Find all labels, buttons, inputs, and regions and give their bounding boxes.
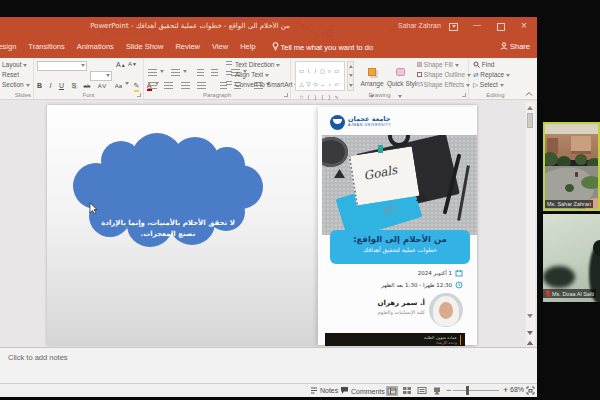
- cloud-text-line1: لا تحقق الأحلام بالأمنيات، وإنما بالإراد…: [84, 218, 251, 229]
- campus-lawn: [581, 176, 600, 189]
- account-user-name[interactable]: Sahar Zahran: [398, 22, 441, 29]
- layout-button[interactable]: Layout: [2, 61, 27, 68]
- underline-button[interactable]: U: [59, 82, 64, 89]
- ribbon-group-font: A▲ A▼ B I U S ab AV Aa ✎ A Font: [34, 58, 144, 99]
- fit-to-window-button[interactable]: [526, 386, 535, 396]
- replace-button[interactable]: ⇄ Replace: [473, 71, 510, 79]
- zoom-slider-track[interactable]: [453, 390, 499, 391]
- reset-button[interactable]: Reset: [2, 71, 19, 78]
- shape-outline-button[interactable]: Shape Outline: [417, 71, 471, 78]
- shrink-font-button[interactable]: A▼: [128, 61, 137, 67]
- character-spacing-button[interactable]: AV: [98, 83, 108, 89]
- font-dialog-launcher[interactable]: [137, 93, 141, 97]
- shapes-gallery[interactable]: ▭\/◻○▭ △▽◇→↓▱ ☆(){}∿: [295, 61, 345, 91]
- find-button[interactable]: Find: [473, 61, 494, 68]
- section-button[interactable]: Section: [2, 81, 30, 88]
- scroll-thumb[interactable]: [527, 113, 533, 128]
- title-bar: من الأحلام الى الواقع - خطوات عملية لتحق…: [0, 17, 537, 38]
- restore-button[interactable]: [497, 23, 505, 31]
- blurred-foreground-object: [543, 266, 575, 288]
- drawing-dialog-launcher[interactable]: [462, 93, 466, 97]
- tab-transitions[interactable]: Transitions: [22, 38, 70, 51]
- tab-view[interactable]: View: [206, 38, 234, 51]
- view-reading-button[interactable]: [417, 386, 427, 397]
- mouse-cursor: [89, 202, 98, 215]
- lightbulb-icon: [272, 42, 279, 51]
- paragraph-dialog-launcher[interactable]: [284, 93, 288, 97]
- arrange-button[interactable]: Arrange: [359, 62, 385, 105]
- align-center-icon[interactable]: [164, 82, 173, 89]
- person-icon: [500, 42, 508, 50]
- convert-to-smartart-button[interactable]: Convert to SmartArt: [226, 81, 298, 88]
- quick-styles-icon: [396, 68, 405, 76]
- ribbon-group-slides: Layout Reset Section Slides: [0, 58, 34, 99]
- view-slide-sorter-button[interactable]: [402, 386, 412, 397]
- arrange-icon: [368, 68, 376, 76]
- video-tile-doaa[interactable]: Ms. Doaa Al Salti: [543, 214, 600, 302]
- tab-animations[interactable]: Animations: [71, 38, 120, 51]
- slide-canvas[interactable]: لا تحقق الأحلام بالأمنيات، وإنما بالإراد…: [47, 105, 477, 345]
- view-normal-button[interactable]: [386, 386, 398, 396]
- shapes-gallery-scroll[interactable]: [347, 61, 354, 91]
- zoom-in-button[interactable]: +: [503, 385, 508, 395]
- tab-design[interactable]: Design: [0, 38, 22, 51]
- presenter-name: أ. سمر زهران: [343, 299, 425, 307]
- cloud-shape[interactable]: لا تحقق الأحلام بالأمنيات، وإنما بالإراد…: [73, 133, 263, 247]
- change-case-button[interactable]: Aa: [115, 83, 122, 89]
- close-button[interactable]: ×: [521, 22, 527, 30]
- tell-me-box[interactable]: Tell me what you want to do: [262, 38, 378, 52]
- notes-pane[interactable]: Click to add notes: [0, 347, 537, 383]
- vertical-scrollbar[interactable]: [526, 102, 535, 345]
- tab-help[interactable]: Help: [234, 38, 261, 51]
- poster-date-row: 1 أكتوبر 2024: [418, 269, 463, 277]
- minimize-button[interactable]: —: [473, 21, 481, 29]
- text-shadow-button[interactable]: S: [71, 82, 76, 89]
- collapse-ribbon-chevron[interactable]: [525, 91, 533, 97]
- video-tile-sahar[interactable]: Ms. Sahar Zahran: [543, 122, 600, 211]
- campus-arch-building: [571, 136, 591, 154]
- zoom-slider-thumb[interactable]: [466, 386, 469, 395]
- org-name-english: AJMAN UNIVERSITY: [348, 123, 391, 127]
- notes-icon: [310, 386, 318, 394]
- quick-styles-button[interactable]: Quick Styles: [387, 62, 413, 105]
- replace-icon: ⇄: [473, 71, 478, 78]
- share-button[interactable]: Share: [500, 42, 530, 51]
- italic-button[interactable]: I: [50, 82, 52, 89]
- view-slideshow-button[interactable]: [432, 386, 442, 397]
- align-right-icon[interactable]: [181, 82, 190, 89]
- grow-font-button[interactable]: A▲: [116, 61, 126, 68]
- strikethrough-button[interactable]: ab: [84, 83, 91, 89]
- align-left-icon[interactable]: [148, 82, 157, 89]
- tab-review[interactable]: Review: [169, 38, 206, 51]
- zoom-out-button[interactable]: −: [446, 385, 451, 395]
- text-direction-button[interactable]: Text Direction: [226, 61, 280, 68]
- event-poster[interactable]: جامعة عجمان AJMAN UNIVERSITY Goals: [318, 107, 477, 345]
- comments-toggle[interactable]: Comments: [340, 386, 385, 395]
- status-bar: Notes Comments − + 68%: [0, 383, 537, 397]
- highlight-color-button[interactable]: ✎: [134, 82, 140, 92]
- tell-me-label: Tell me what you want to do: [281, 43, 374, 52]
- shape-effects-button[interactable]: Shape Effects: [417, 81, 470, 88]
- poster-time-row: 12:30 ظهرا - 1:30 بعد الظهر: [381, 281, 463, 289]
- bold-button[interactable]: B: [37, 82, 42, 89]
- select-button[interactable]: ▷ Select: [473, 81, 504, 89]
- ribbon-display-options-icon[interactable]: [449, 23, 458, 31]
- poster-time: 12:30 ظهرا - 1:30 بعد الظهر: [381, 282, 452, 288]
- tab-slide-show[interactable]: Slide Show: [120, 38, 170, 51]
- scroll-down-arrow[interactable]: [527, 314, 533, 318]
- notes-toggle[interactable]: Notes: [310, 386, 338, 394]
- ribbon-group-drawing: ▭\/◻○▭ △▽◇→↓▱ ☆(){}∿ Arrange Quick Style…: [291, 58, 469, 99]
- poster-footer-bar: عمادة شؤون الطلبة وحدة الإرشاد: [325, 333, 465, 346]
- scroll-up-arrow[interactable]: [527, 106, 533, 110]
- font-name-combobox[interactable]: [37, 61, 87, 71]
- presenter-photo: [429, 293, 463, 327]
- align-text-button[interactable]: Align Text: [226, 71, 269, 78]
- university-logo: [330, 115, 345, 130]
- zoom-level-label[interactable]: 68%: [510, 386, 524, 393]
- justify-icon[interactable]: [197, 82, 206, 89]
- paragraph-group-label: Paragraph: [144, 92, 290, 98]
- clock-icon: [455, 281, 463, 289]
- shape-fill-button[interactable]: Shape Fill: [417, 61, 459, 68]
- poster-date: 1 أكتوبر 2024: [418, 270, 452, 276]
- campus-person-dot: [575, 172, 578, 177]
